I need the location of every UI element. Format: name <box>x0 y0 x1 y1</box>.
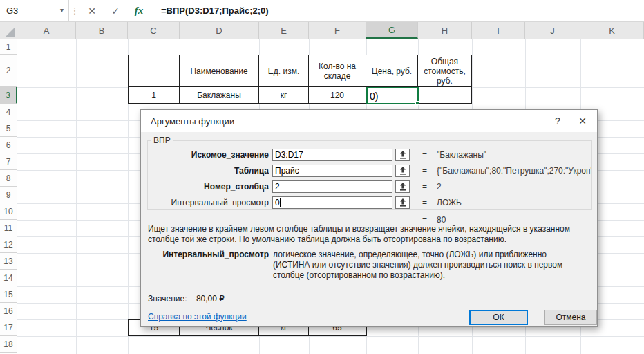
row-header-8[interactable]: 8 <box>0 170 17 187</box>
arg-label: Таблица <box>147 166 269 176</box>
header-cell-name[interactable]: Наименование <box>180 55 259 87</box>
row-header-10[interactable]: 10 <box>0 203 17 220</box>
row-header-18[interactable]: 18 <box>0 336 17 353</box>
cell-d3[interactable]: Баклажаны <box>180 87 259 103</box>
help-button[interactable]: ? <box>551 115 564 128</box>
header-cell-price[interactable]: Цена, руб. <box>366 55 418 87</box>
check-icon: ✓ <box>111 6 120 17</box>
row-header-1[interactable]: 1 <box>0 39 17 55</box>
arg-label: Номер_столбца <box>147 182 269 192</box>
collapse-dialog-button[interactable] <box>395 180 410 193</box>
arg-label: Искомое_значение <box>147 150 269 160</box>
arg-row-range-lookup: Интервальный_просмотр 0 = ЛОЖЬ <box>147 196 592 209</box>
row-header-11[interactable]: 11 <box>0 220 17 236</box>
excel-window: G3 ▾ ⋮ ✕ ✓ fx =ВПР(D3:D17;Прайс;2;0) A B… <box>0 0 644 354</box>
enter-formula-button[interactable]: ✓ <box>104 0 127 22</box>
cancel-formula-button[interactable]: ✕ <box>80 0 104 22</box>
row-header-12[interactable]: 12 <box>0 236 17 253</box>
row-header-13[interactable]: 13 <box>0 253 17 270</box>
arg-row-table: Таблица Прайс = {"Баклажаны";80:"Петрушк… <box>147 165 592 177</box>
row-header-14[interactable]: 14 <box>0 270 17 286</box>
collapse-arrow-icon <box>399 198 406 207</box>
col-index-input[interactable]: 2 <box>272 180 392 193</box>
table-header-row: Наименование Ед. изм. Кол-во на складе Ц… <box>129 55 471 87</box>
row-header-2[interactable]: 2 <box>0 55 17 87</box>
arg-result: ЛОЖЬ <box>437 198 591 207</box>
header-cell-total[interactable]: Общая стоимость, руб. <box>418 55 471 87</box>
chevron-down-icon[interactable]: ▾ <box>60 6 64 14</box>
formula-input[interactable]: =ВПР(D3:D17;Прайс;2;0) <box>155 0 644 21</box>
cell-c3[interactable]: 1 <box>129 87 180 103</box>
row-header-5[interactable]: 5 <box>0 120 17 137</box>
arg-result: {"Баклажаны";80:"Петрушка";270:"Укроп";2… <box>437 166 591 176</box>
products-table: Наименование Ед. изм. Кол-во на складе Ц… <box>128 55 472 104</box>
header-cell-qty[interactable]: Кол-во на складе <box>309 55 366 87</box>
column-header-c[interactable]: C <box>128 22 180 39</box>
value-text: 80,00 ₽ <box>196 294 225 304</box>
name-box[interactable]: G3 ▾ <box>0 0 69 21</box>
active-cell-g3[interactable]: 0) <box>366 87 419 104</box>
arg-row-lookup-value: Искомое_значение D3:D17 = "Баклажаны" <box>147 149 592 161</box>
row-header-3-selected[interactable]: 3 <box>0 87 17 104</box>
column-header-h[interactable]: H <box>418 22 472 39</box>
lookup-value-input[interactable]: D3:D17 <box>272 149 392 161</box>
cancel-button[interactable]: Отмена <box>544 310 597 325</box>
ok-button[interactable]: ОК <box>469 310 528 325</box>
cell-f3[interactable]: 120 <box>309 87 366 103</box>
equals-sign: = <box>422 182 427 192</box>
value-label: Значение: <box>148 294 187 304</box>
column-header-j[interactable]: J <box>525 22 580 39</box>
value-row: Значение: 80,00 ₽ <box>148 294 225 304</box>
row-headers: 1 2 3 4 5 6 7 8 9 10 11 12 13 14 15 16 1… <box>0 39 17 353</box>
equals-sign: = <box>422 198 427 207</box>
insert-function-button[interactable]: fx <box>127 0 151 22</box>
column-header-f[interactable]: F <box>309 22 366 39</box>
cell-h3[interactable] <box>418 87 471 103</box>
column-header-d[interactable]: D <box>180 22 259 39</box>
column-header-i[interactable]: I <box>472 22 525 39</box>
select-all-corner[interactable] <box>0 22 17 39</box>
table-row: 1 Баклажаны кг 120 <box>129 87 471 103</box>
equals-sign: = <box>422 150 427 160</box>
table-input[interactable]: Прайс <box>272 165 392 177</box>
equals-sign: = <box>422 215 427 225</box>
cell-e3[interactable]: кг <box>259 87 309 103</box>
collapse-dialog-button[interactable] <box>395 149 410 161</box>
range-lookup-input[interactable]: 0 <box>272 196 392 209</box>
fill-handle[interactable] <box>415 101 419 105</box>
arg-label: Интервальный_просмотр <box>147 198 269 207</box>
function-arguments-dialog: Аргументы функции ? ✕ ВПР Искомое_значен… <box>140 109 598 327</box>
argument-help: Интервальный_просмотр логическое значени… <box>147 250 594 281</box>
column-header-k[interactable]: K <box>580 22 644 39</box>
header-cell-unit[interactable]: Ед. изм. <box>259 55 309 87</box>
row-header-9[interactable]: 9 <box>0 187 17 203</box>
x-icon: ✕ <box>88 6 96 17</box>
close-icon[interactable]: ✕ <box>576 115 589 128</box>
column-headers: A B C D E F G H I J K <box>0 22 644 39</box>
dialog-separator <box>141 286 597 286</box>
collapse-dialog-button[interactable] <box>395 196 410 209</box>
equals-sign: = <box>422 166 427 176</box>
row-header-4[interactable]: 4 <box>0 104 17 120</box>
dialog-title-bar[interactable]: Аргументы функции <box>141 110 597 132</box>
row-header-7[interactable]: 7 <box>0 153 17 170</box>
row-header-6[interactable]: 6 <box>0 137 17 153</box>
column-header-e[interactable]: E <box>259 22 309 39</box>
column-header-a[interactable]: A <box>17 22 76 39</box>
collapse-dialog-button[interactable] <box>395 165 410 177</box>
argument-help-label: Интервальный_просмотр <box>147 250 269 281</box>
fx-icon: fx <box>135 5 144 17</box>
row-header-15[interactable]: 15 <box>0 286 17 303</box>
arg-row-col-index: Номер_столбца 2 = 2 <box>147 180 592 193</box>
name-box-value: G3 <box>6 6 18 16</box>
function-help-link[interactable]: Справка по этой функции <box>148 312 247 322</box>
row-header-16[interactable]: 16 <box>0 303 17 319</box>
header-cell-blank[interactable] <box>129 55 180 87</box>
row-header-17[interactable]: 17 <box>0 319 17 336</box>
formula-result: 80 <box>437 215 591 225</box>
function-name: ВПР <box>151 136 173 145</box>
column-header-b[interactable]: B <box>76 22 128 39</box>
collapse-arrow-icon <box>399 183 406 191</box>
column-header-g-selected[interactable]: G <box>366 22 418 39</box>
corner-triangle-icon <box>6 28 15 37</box>
